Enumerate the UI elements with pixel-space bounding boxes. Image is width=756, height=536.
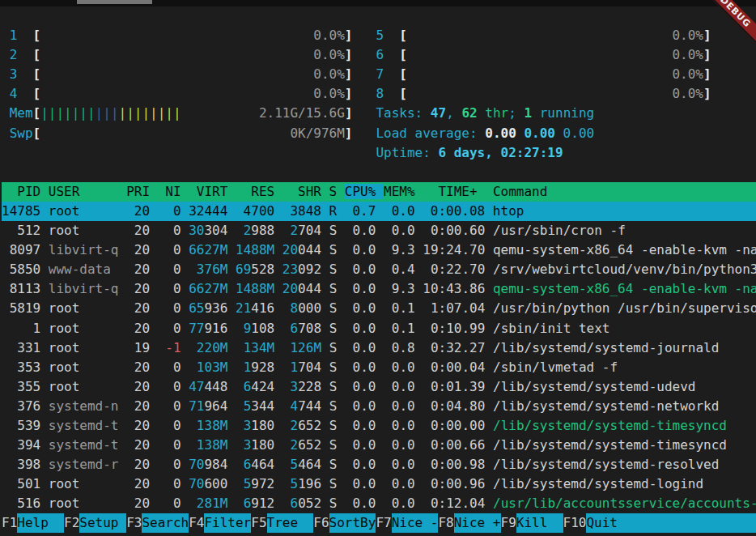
swap-meter-and-load: Swp[ 0K/976M] Load average: 0.00 0.00 0.… bbox=[2, 124, 756, 143]
process-row-331[interactable]: 331 root 19 -1 220M 134M 126M S 0.0 0.8 … bbox=[2, 338, 756, 358]
fkey-f1-button[interactable]: F1Help bbox=[2, 513, 64, 533]
fkey-f3-button[interactable]: F3Search bbox=[126, 513, 189, 533]
process-row-355[interactable]: 355 root 20 0 47448 6424 3228 S 0.0 0.0 … bbox=[2, 377, 756, 397]
fkey-action-label: Setup bbox=[79, 513, 126, 533]
process-row-353[interactable]: 353 root 20 0 103M 1928 1704 S 0.0 0.0 0… bbox=[2, 358, 756, 377]
process-row-501[interactable]: 501 root 20 0 70600 5972 5196 S 0.0 0.0 … bbox=[2, 474, 756, 494]
fkey-action-label: Help bbox=[17, 513, 64, 533]
top-bar bbox=[0, 0, 756, 6]
process-row-1[interactable]: 1 root 20 0 77916 9108 6708 S 0.0 0.1 0:… bbox=[2, 319, 756, 338]
cpu-meter-row-4: 4 [ 0.0%] 8 [ 0.0%] bbox=[2, 84, 756, 104]
htop-terminal-screen: 1 [ 0.0%] 5 [ 0.0%] 2 [ 0.0%] 6 [ 0.0%] … bbox=[0, 0, 756, 536]
process-row-5850[interactable]: 5850 www-data 20 0 376M 69528 23092 S 0.… bbox=[2, 260, 756, 279]
fkey-action-label: Quit bbox=[586, 513, 618, 533]
process-row-516[interactable]: 516 root 20 0 281M 6912 6052 S 0.0 0.0 0… bbox=[2, 494, 756, 513]
fkey-f8-button[interactable]: F8Nice + bbox=[438, 513, 500, 533]
mem-meter-and-tasks: Mem[|||||||||||||||||| 2.11G/15.6G] Task… bbox=[2, 104, 756, 123]
uptime-line: Uptime: 6 days, 02:27:19 bbox=[2, 143, 756, 163]
fkey-label: F8 bbox=[438, 513, 453, 533]
fkey-label: F5 bbox=[251, 513, 266, 533]
process-row-394[interactable]: 394 systemd-t 20 0 138M 3180 2652 S 0.0 … bbox=[2, 436, 756, 455]
process-row-512[interactable]: 512 root 20 0 30304 2988 2704 S 0.0 0.0 … bbox=[2, 221, 756, 240]
fkey-f2-button[interactable]: F2Setup bbox=[64, 513, 126, 533]
terminal-content: 1 [ 0.0%] 5 [ 0.0%] 2 [ 0.0%] 6 [ 0.0%] … bbox=[2, 6, 756, 513]
fkey-action-label: SortBy bbox=[329, 513, 376, 533]
blank-line bbox=[2, 6, 756, 26]
fkey-action-label: Search bbox=[142, 513, 189, 533]
fkey-label: F4 bbox=[189, 513, 204, 533]
process-table-header[interactable]: PID USER PRI NI VIRT RES SHR S CPU% MEM%… bbox=[2, 182, 756, 202]
fkey-f4-button[interactable]: F4Filter bbox=[189, 513, 251, 533]
fkey-f5-button[interactable]: F5Tree bbox=[251, 513, 313, 533]
fkey-action-label: Tree bbox=[267, 513, 314, 533]
cpu-meter-row-1: 1 [ 0.0%] 5 [ 0.0%] bbox=[2, 26, 756, 45]
fkey-label: F2 bbox=[64, 513, 79, 533]
fkey-label: F10 bbox=[563, 513, 587, 533]
cpu-meter-row-2: 2 [ 0.0%] 6 [ 0.0%] bbox=[2, 45, 756, 65]
function-key-bar: F1Help F2Setup F3SearchF4FilterF5Tree F6… bbox=[2, 513, 756, 533]
blank-line bbox=[2, 163, 756, 182]
debug-ribbon: DEBUG bbox=[709, 0, 756, 47]
fkey-f6-button[interactable]: F6SortBy bbox=[313, 513, 376, 533]
fkey-f9-button[interactable]: F9Kill bbox=[501, 513, 563, 533]
window-tab[interactable] bbox=[77, 0, 152, 4]
fkey-bar-fill bbox=[618, 513, 756, 533]
fkey-label: F3 bbox=[126, 513, 142, 533]
fkey-label: F7 bbox=[376, 513, 391, 533]
fkey-f10-button[interactable]: F10Quit bbox=[563, 513, 618, 533]
fkey-action-label: Nice + bbox=[454, 513, 501, 533]
fkey-action-label: Kill bbox=[516, 513, 563, 533]
process-row-376[interactable]: 376 systemd-n 20 0 71964 5344 4744 S 0.0… bbox=[2, 397, 756, 416]
fkey-action-label: Filter bbox=[204, 513, 251, 533]
process-row-398[interactable]: 398 systemd-r 20 0 70984 6464 5464 S 0.0… bbox=[2, 455, 756, 474]
fkey-label: F9 bbox=[501, 513, 516, 533]
fkey-action-label: Nice - bbox=[392, 513, 439, 533]
process-row-8097[interactable]: 8097 libvirt-q 20 0 6627M 1488M 20044 S … bbox=[2, 240, 756, 260]
fkey-f7-button[interactable]: F7Nice - bbox=[376, 513, 438, 533]
fkey-label: F1 bbox=[2, 513, 17, 533]
cpu-meter-row-3: 3 [ 0.0%] 7 [ 0.0%] bbox=[2, 65, 756, 84]
process-row-14785[interactable]: 14785 root 20 0 32444 4700 3848 R 0.7 0.… bbox=[2, 202, 756, 221]
process-row-5819[interactable]: 5819 root 20 0 65936 21416 8000 S 0.0 0.… bbox=[2, 299, 756, 318]
process-row-539[interactable]: 539 systemd-t 20 0 138M 3180 2652 S 0.0 … bbox=[2, 416, 756, 436]
fkey-label: F6 bbox=[313, 513, 329, 533]
debug-ribbon-corner: DEBUG bbox=[709, 0, 756, 47]
process-row-8113[interactable]: 8113 libvirt-q 20 0 6627M 1488M 20044 S … bbox=[2, 279, 756, 299]
